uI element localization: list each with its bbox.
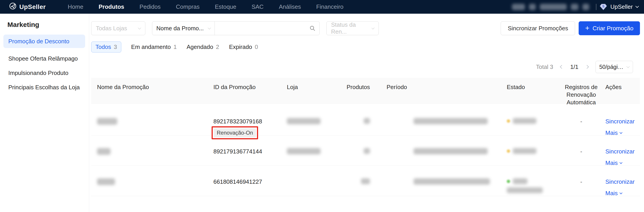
- nav-home[interactable]: Home: [68, 3, 83, 10]
- chevron-down-icon[interactable]: [636, 4, 639, 8]
- plus-icon: +: [585, 24, 590, 32]
- sidebar-heading: Marketing: [8, 21, 39, 28]
- sidebar-item-shopee-oferta-relampago[interactable]: Shopee Oferta Relâmpago: [3, 52, 85, 65]
- nav-compras[interactable]: Compras: [176, 3, 200, 10]
- sidebar: Marketing Promoção de Desconto Shopee Of…: [0, 14, 89, 212]
- store-filter-select[interactable]: Todas Lojas: [91, 21, 145, 35]
- nav-pedidos[interactable]: Pedidos: [140, 3, 160, 10]
- promotion-id: 892179136774144: [214, 148, 262, 155]
- tab-expirado[interactable]: Expirado 0: [229, 43, 258, 50]
- next-page-button[interactable]: [585, 65, 589, 68]
- nav-estoque[interactable]: Estoque: [215, 3, 236, 10]
- main-content: Todas Lojas Nome da Promo... Status da R…: [89, 14, 644, 212]
- table-header-row: Nome da Promoção ID da Promoção Loja Pro…: [91, 78, 640, 104]
- blurred-toolbar: [512, 4, 589, 10]
- sidebar-item-principais-escolhas-da-loja[interactable]: Principais Escolhas da Loja: [3, 81, 85, 94]
- products-count-blurred: [364, 148, 370, 154]
- sidebar-item-label: Shopee Oferta Relâmpago: [8, 55, 78, 62]
- nav-sac[interactable]: SAC: [252, 3, 264, 10]
- svg-text:S: S: [602, 4, 604, 8]
- chevron-down-icon: [138, 26, 141, 29]
- header-acoes: Ações: [605, 78, 640, 106]
- promotions-table: Nome da Promoção ID da Promoção Loja Pro…: [91, 78, 640, 196]
- more-label: Mais: [605, 190, 618, 197]
- more-link[interactable]: Mais: [605, 129, 622, 136]
- chevron-down-icon: [620, 191, 622, 194]
- sync-link[interactable]: Sincronizar: [605, 148, 634, 155]
- renewal-status-filter-select[interactable]: Status da Ren...: [326, 21, 379, 35]
- sync-link[interactable]: Sincronizar: [605, 118, 634, 125]
- create-promotion-button[interactable]: + Criar Promoção: [579, 21, 640, 35]
- pagination-total: Total 3: [536, 63, 553, 70]
- renewal-records-value: -: [580, 178, 582, 185]
- upseller-logo-icon: [9, 2, 16, 11]
- tab-label: Expirado: [229, 43, 252, 50]
- brand-name: UpSeller: [19, 3, 46, 10]
- status-dot: [507, 119, 510, 123]
- tab-agendado[interactable]: Agendado 2: [187, 43, 219, 50]
- page-size-value: 50/pági…: [599, 64, 623, 70]
- search-field-select[interactable]: Nome da Promo...: [152, 21, 215, 35]
- nav-analises[interactable]: Análises: [279, 3, 301, 10]
- chevron-down-icon: [620, 131, 622, 134]
- filter-row: Todas Lojas Nome da Promo... Status da R…: [91, 21, 640, 35]
- sidebar-item-label: Principais Escolhas da Loja: [8, 84, 80, 91]
- pagination-current: 1/1: [570, 63, 578, 70]
- products-count-blurred: [361, 178, 370, 184]
- sidebar-item-promocao-de-desconto[interactable]: Promoção de Desconto: [3, 34, 85, 48]
- status-dot: [507, 180, 510, 183]
- store-name-blurred: [287, 118, 320, 124]
- status-tabs: Todos 3 Em andamento 1 Agendado 2 Expira…: [91, 41, 258, 52]
- brand[interactable]: UpSeller: [9, 2, 46, 11]
- create-promotion-label: Criar Promoção: [592, 25, 634, 32]
- status-dot: [507, 149, 510, 153]
- chevron-down-icon: [208, 26, 211, 29]
- tab-count: 3: [114, 43, 117, 50]
- tab-em-andamento[interactable]: Em andamento 1: [131, 43, 177, 50]
- tab-count: 2: [216, 43, 219, 50]
- status-text-blurred: [513, 178, 528, 184]
- search-button[interactable]: [310, 21, 320, 35]
- more-link[interactable]: Mais: [605, 160, 622, 166]
- more-label: Mais: [605, 160, 618, 166]
- nav-produtos[interactable]: Produtos: [98, 3, 124, 10]
- tab-label: Em andamento: [131, 43, 171, 50]
- status-text-blurred: [507, 187, 543, 193]
- blurred-item: [571, 4, 578, 10]
- search-combo: Nome da Promo...: [152, 21, 320, 35]
- account-name[interactable]: UpSeller: [610, 3, 633, 10]
- pagination: Total 3 1/1 50/pági…: [536, 61, 633, 73]
- header-periodo: Período: [372, 78, 501, 106]
- header-estado: Estado: [501, 78, 557, 106]
- sidebar-item-impulsionando-produto[interactable]: Impulsionando Produto: [3, 66, 85, 80]
- sync-link[interactable]: Sincronizar: [605, 178, 634, 185]
- store-name-blurred: [287, 148, 320, 154]
- table-row: 892179136774144 - Sincronizar Mais: [91, 136, 640, 166]
- nav-financeiro[interactable]: Financeiro: [316, 3, 344, 10]
- renewal-records-value: -: [580, 148, 582, 155]
- prev-page-button[interactable]: [560, 65, 564, 68]
- topbar: UpSeller Home Produtos Pedidos Compras E…: [0, 0, 644, 14]
- sync-promotions-button[interactable]: Sincronizar Promoções: [501, 21, 575, 35]
- search-input[interactable]: [215, 21, 310, 35]
- products-count-blurred: [364, 118, 370, 124]
- search-icon: [310, 25, 315, 31]
- store-filter-placeholder: Todas Lojas: [96, 25, 127, 32]
- blurred-item: [582, 4, 589, 10]
- tab-label: Todos: [96, 43, 111, 50]
- promotion-id: 661808146941227: [214, 178, 262, 185]
- table-row: 661808146941227 - Sincronizar: [91, 166, 640, 196]
- sidebar-item-label: Promoção de Desconto: [8, 38, 70, 45]
- tab-todos[interactable]: Todos 3: [91, 41, 121, 52]
- more-link[interactable]: Mais: [605, 190, 622, 197]
- header-registros-renovacao: Registros de Renovação Automática: [557, 78, 605, 106]
- page-size-select[interactable]: 50/pági…: [596, 61, 633, 73]
- period-blurred: [414, 178, 490, 185]
- tab-count: 1: [174, 43, 176, 50]
- chevron-down-icon: [372, 26, 374, 29]
- blurred-item: [529, 4, 536, 10]
- chevron-right-icon: [585, 65, 589, 69]
- top-navigation: Home Produtos Pedidos Compras Estoque SA…: [68, 3, 344, 10]
- tab-count: 0: [255, 43, 258, 50]
- table-row: 892178323079168 Renovação-On -: [91, 104, 640, 136]
